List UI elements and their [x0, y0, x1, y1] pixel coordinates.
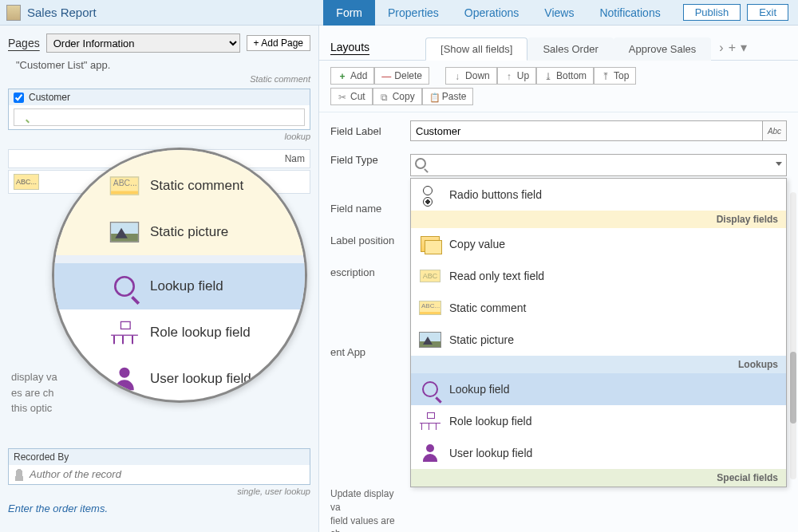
person-icon: [14, 468, 25, 481]
recorded-foot: single, user lookup: [0, 487, 310, 496]
publish-button[interactable]: Publish: [683, 4, 741, 21]
static-comment-icon: [419, 301, 441, 315]
role-lookup-icon: [420, 412, 440, 430]
lookup-icon: [114, 276, 135, 297]
copy-button[interactable]: Copy: [373, 88, 422, 105]
chevron-down-icon[interactable]: [776, 162, 782, 166]
author-text: Author of the record: [30, 468, 121, 480]
chevron-down-icon[interactable]: ▾: [741, 40, 747, 55]
enter-items-text: Enter the order items.: [8, 502, 318, 514]
top-button[interactable]: Top: [594, 67, 636, 85]
recorded-by-label: Recorded By: [9, 449, 310, 465]
pages-select[interactable]: Order Information: [46, 33, 240, 53]
tab-properties[interactable]: Properties: [375, 0, 452, 26]
scrollbar[interactable]: [790, 192, 796, 479]
layout-tab-salesorder[interactable]: Sales Order: [527, 37, 613, 61]
app-header: Sales Report Form Properties Operations …: [0, 0, 798, 26]
dd-rolelookup[interactable]: Role lookup field: [411, 405, 786, 437]
right-pane: Layouts [Show all fields] Sales Order Ap…: [319, 26, 798, 532]
dd-staticcomment[interactable]: Static comment: [411, 292, 786, 324]
cut-button[interactable]: Cut: [330, 88, 373, 105]
paste-icon: [429, 92, 439, 101]
layout-tab-showall[interactable]: [Show all fields]: [425, 37, 527, 61]
plus-icon[interactable]: +: [729, 41, 736, 55]
top-icon: [601, 71, 610, 81]
pages-label: Pages: [8, 37, 40, 49]
field-type-search[interactable]: [410, 154, 787, 176]
recorded-by-box[interactable]: Recorded By Author of the record: [8, 448, 310, 485]
dd-readonly[interactable]: Read only text field: [411, 260, 786, 292]
bottom-icon: [543, 71, 553, 81]
copy-value-icon: [421, 236, 440, 252]
copy-icon: [380, 92, 389, 101]
add-button[interactable]: Add: [330, 67, 374, 85]
customer-field-box[interactable]: Customer: [8, 89, 310, 130]
minus-icon: [381, 71, 391, 81]
mag-rolelookup: Role lookup field: [54, 309, 305, 356]
search-icon: [415, 158, 426, 169]
static-comment-label: Static comment: [0, 74, 310, 84]
side-labels: Field name Label position escription ent…: [330, 192, 394, 368]
bottom-button[interactable]: Bottom: [536, 67, 594, 85]
app-title: Sales Report: [27, 6, 97, 19]
lookup-foot-label: lookup: [0, 132, 310, 141]
add-page-button[interactable]: + Add Page: [247, 35, 310, 51]
dd-section-lookups: Lookups: [411, 356, 786, 373]
static-comment-icon: [110, 176, 139, 195]
dd-staticpicture[interactable]: Static picture: [411, 324, 786, 356]
paste-button[interactable]: Paste: [422, 88, 474, 105]
delete-button[interactable]: Delete: [374, 67, 429, 85]
field-label-lbl: Field Label: [330, 125, 410, 137]
plus-icon: [338, 71, 347, 81]
role-lookup-icon: [111, 321, 138, 345]
chevron-right-icon[interactable]: ›: [719, 41, 723, 55]
abc-icon: ABC...: [14, 174, 39, 190]
tab-notifications[interactable]: Notifications: [587, 0, 673, 26]
static-picture-icon: [419, 332, 441, 348]
tab-views[interactable]: Views: [531, 0, 587, 26]
layouts-label: Layouts: [330, 41, 369, 53]
dd-section-display: Display fields: [411, 211, 786, 228]
up-icon: [504, 71, 514, 81]
tab-form[interactable]: Form: [323, 0, 375, 26]
dd-lookup[interactable]: Lookup field: [411, 373, 786, 405]
field-toolbar: Add Delete Down Up Bottom Top Cut Copy P…: [319, 61, 798, 112]
cut-icon: [338, 92, 347, 101]
app-icon: [6, 5, 21, 21]
dd-radio[interactable]: Radio buttons field: [411, 179, 786, 211]
radio-icon: [423, 186, 437, 203]
display-text-fragment: display va es are ch this optic: [11, 369, 91, 416]
mag-lookup: Lookup field: [54, 263, 305, 309]
field-label-input[interactable]: [410, 120, 763, 141]
up-button[interactable]: Up: [497, 67, 536, 85]
readonly-icon: [420, 270, 440, 282]
user-lookup-icon: [421, 444, 439, 462]
customer-search-input[interactable]: [14, 108, 305, 126]
field-type-lbl: Field Type: [330, 154, 410, 166]
abc-tag[interactable]: Abc: [763, 120, 787, 141]
update-note: Update display va field values are ch en…: [330, 487, 402, 532]
down-button[interactable]: Down: [445, 67, 497, 85]
dd-copyvalue[interactable]: Copy value: [411, 228, 786, 260]
customer-list-text: "Customer List" app.: [16, 59, 310, 71]
layout-tab-approve[interactable]: Approve Sales: [614, 37, 712, 61]
mag-staticpicture: Static picture: [54, 209, 305, 255]
magnifier-overlay: Static comment Static picture Lookup fie…: [52, 148, 307, 403]
static-picture-icon: [110, 222, 139, 242]
customer-field-label: Customer: [29, 92, 70, 103]
dd-userlookup[interactable]: User lookup field: [411, 437, 786, 469]
search-icon: [14, 108, 305, 126]
exit-button[interactable]: Exit: [747, 4, 788, 21]
lookup-icon: [422, 381, 438, 397]
tab-operations[interactable]: Operations: [452, 0, 531, 26]
field-type-dropdown: Radio buttons field Display fields Copy …: [410, 178, 787, 487]
down-icon: [452, 71, 462, 81]
main-tabs: Form Properties Operations Views Notific…: [323, 0, 673, 26]
dd-section-special: Special fields: [411, 469, 786, 487]
customer-checkbox[interactable]: [14, 93, 24, 103]
